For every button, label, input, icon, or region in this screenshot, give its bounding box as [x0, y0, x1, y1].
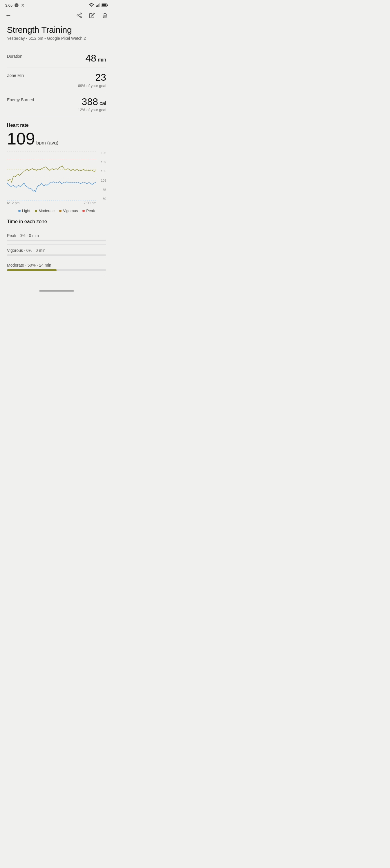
nav-actions [76, 11, 109, 19]
workout-title: Strength Training [7, 25, 106, 35]
zone-peak-bar-bg [7, 240, 106, 241]
zone-vigorous-bar-bg [7, 254, 106, 256]
legend-light: Light [18, 209, 30, 213]
svg-rect-5 [107, 4, 108, 6]
legend-label-peak: Peak [86, 209, 95, 213]
legend-label-moderate: Moderate [38, 209, 55, 213]
delete-button[interactable] [101, 11, 109, 19]
legend-peak: Peak [82, 209, 95, 213]
heart-rate-display: 109bpm (avg) [7, 130, 106, 147]
heart-rate-chart: 195 169 135 109 65 30 [7, 151, 106, 205]
svg-line-11 [78, 14, 80, 15]
zone-min-value-block: 23 69% of your goal [78, 72, 106, 88]
legend-moderate: Moderate [35, 209, 55, 213]
svg-rect-2 [98, 4, 99, 7]
duration-row: Duration 48 min [7, 49, 106, 68]
svg-rect-1 [97, 5, 98, 7]
chart-x-labels: 6:12 pm 7:00 pm [7, 201, 106, 205]
back-button[interactable] [5, 11, 12, 19]
x-twitter-icon [21, 3, 25, 7]
zone-moderate-bar-fill [7, 269, 57, 271]
chart-svg [7, 151, 96, 200]
time-in-zone-title: Time in each zone [7, 219, 106, 224]
time-display: 3:05 [5, 3, 12, 7]
y-label-65: 65 [97, 188, 106, 191]
energy-value-block: 388 cal 12% of your goal [78, 96, 106, 112]
status-bar: 3:05 [0, 0, 113, 9]
home-indicator [39, 290, 74, 291]
y-label-135: 135 [97, 169, 106, 173]
hr-actual-line [7, 182, 96, 192]
energy-sub: 12% of your goal [78, 107, 106, 112]
svg-rect-6 [102, 4, 106, 6]
share-button[interactable] [76, 11, 83, 19]
chart-area: 195 169 135 109 65 30 [7, 151, 106, 200]
zone-peak-label: Peak · 0% · 0 min [7, 233, 106, 238]
x-label-end: 7:00 pm [84, 201, 96, 205]
whatsapp-icon [14, 3, 19, 7]
y-label-30: 30 [97, 197, 106, 200]
legend-vigorous: Vigorous [59, 209, 78, 213]
main-content: Strength Training Yesterday • 6:12 pm • … [0, 23, 113, 286]
legend-dot-light [18, 210, 21, 212]
svg-rect-0 [96, 5, 97, 7]
zone-peak-row: Peak · 0% · 0 min [7, 230, 106, 245]
zone-moderate-bar-bg [7, 269, 106, 271]
zone-moderate-row: Moderate · 50% · 24 min [7, 259, 106, 274]
edit-button[interactable] [88, 11, 96, 19]
workout-subtitle: Yesterday • 6:12 pm • Google Pixel Watch… [7, 36, 106, 41]
heart-rate-title: Heart rate [7, 123, 106, 128]
y-label-195: 195 [97, 151, 106, 155]
y-label-169: 169 [97, 160, 106, 164]
legend-dot-peak [82, 210, 85, 212]
zone-vigorous-row: Vigorous · 0% · 0 min [7, 245, 106, 259]
zone-min-label: Zone Min [7, 72, 24, 78]
legend-label-light: Light [22, 209, 30, 213]
battery-icon [101, 3, 108, 7]
nav-bar [0, 9, 113, 23]
legend-dot-moderate [35, 210, 37, 212]
zone-min-row: Zone Min 23 69% of your goal [7, 68, 106, 92]
hr-unit: bpm (avg) [36, 140, 59, 146]
hr-max-line [7, 166, 96, 183]
legend-label-vigorous: Vigorous [63, 209, 78, 213]
zone-vigorous-label: Vigorous · 0% · 0 min [7, 248, 106, 253]
energy-value: 388 cal [78, 96, 106, 107]
wifi-icon [89, 3, 94, 7]
chart-y-labels: 195 169 135 109 65 30 [97, 151, 106, 200]
chart-legend: Light Moderate Vigorous Peak [7, 209, 106, 213]
duration-label: Duration [7, 53, 22, 59]
svg-rect-3 [99, 3, 100, 7]
zone-moderate-label: Moderate · 50% · 24 min [7, 263, 106, 268]
x-label-start: 6:12 pm [7, 201, 20, 205]
y-label-109: 109 [97, 179, 106, 182]
zone-min-value: 23 [78, 72, 106, 83]
legend-dot-vigorous [59, 210, 62, 212]
status-right [89, 3, 108, 7]
status-left: 3:05 [5, 3, 25, 7]
duration-value-block: 48 min [85, 53, 106, 64]
hr-value: 109 [7, 129, 35, 148]
svg-line-10 [78, 16, 80, 17]
signal-icon [95, 3, 100, 7]
zone-min-sub: 69% of your goal [78, 84, 106, 88]
energy-label: Energy Burned [7, 96, 34, 102]
energy-row: Energy Burned 388 cal 12% of your goal [7, 92, 106, 116]
duration-value: 48 min [85, 53, 106, 64]
